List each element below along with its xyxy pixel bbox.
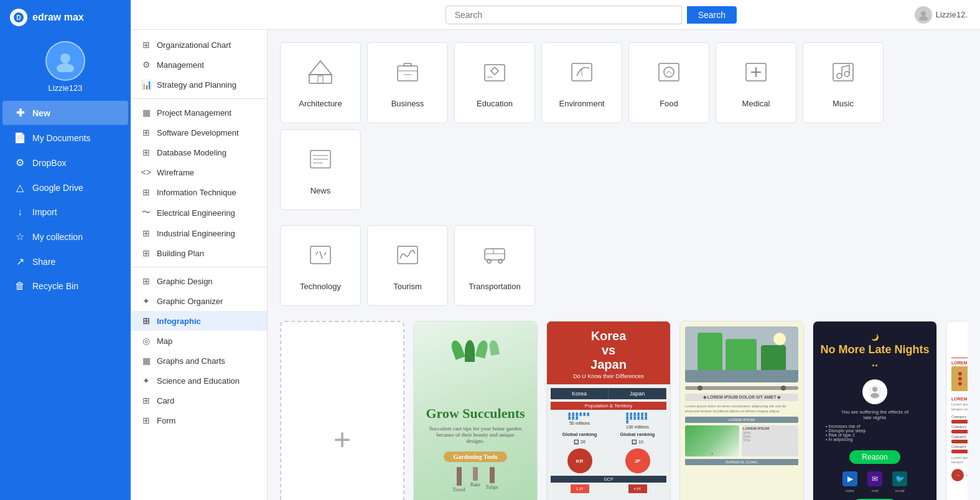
info-tech-icon: ⊞	[141, 187, 152, 197]
strategy-icon: 📊	[141, 80, 152, 90]
mid-item-strategy[interactable]: 📊 Strategy and Planning	[131, 75, 267, 95]
category-transportation[interactable]: Transportation	[454, 225, 535, 306]
mid-item-software-dev[interactable]: ⊞ Software Development	[131, 123, 267, 142]
sidebar-item-my-documents[interactable]: 📄 My Documents	[2, 126, 128, 150]
svg-rect-10	[404, 63, 411, 66]
dropbox-icon: ⚙	[14, 157, 26, 169]
mid-item-graphic-org[interactable]: ✦ Graphic Organizer	[131, 291, 267, 311]
mid-item-card[interactable]: ⊞ Card	[131, 391, 267, 410]
svg-rect-31	[398, 246, 418, 264]
svg-point-24	[837, 73, 842, 78]
sidebar-item-google-drive-label: Google Drive	[32, 183, 83, 193]
industrial-icon: ⊞	[141, 228, 152, 238]
business-label: Business	[391, 99, 424, 108]
mid-item-form[interactable]: ⊞ Form	[131, 410, 267, 430]
mid-item-infographic[interactable]: ⊞ Infographic	[131, 311, 267, 331]
mid-item-electrical[interactable]: 〜 Electrical Engineering	[131, 202, 267, 223]
category-grid-2: Technology Tourism	[280, 225, 968, 306]
my-documents-icon: 📄	[14, 132, 26, 144]
category-education[interactable]: Education	[454, 42, 535, 123]
architecture-label: Architecture	[299, 99, 342, 108]
software-icon: ⊞	[141, 127, 152, 137]
mid-item-info-tech[interactable]: ⊞ Information Technique	[131, 182, 267, 202]
svg-rect-8	[318, 76, 323, 83]
template-lorem[interactable]: INFOGRAPHICSLOREM IPSUM LOREM IPSUM DOLO…	[946, 321, 968, 500]
korea-sub: Do U Know their Differences	[553, 373, 664, 379]
username-label: Lizzie123	[49, 83, 83, 93]
sidebar-item-dropbox-label: DropBox	[32, 158, 66, 168]
category-architecture[interactable]: Architecture	[280, 42, 361, 123]
korea-title: KoreavsJapan	[553, 329, 664, 372]
mid-item-graphs[interactable]: ▦ Graphs and Charts	[131, 351, 267, 371]
left-sidebar: D edraw max Lizzie123 ✚ New 📄 My Documen…	[0, 0, 131, 500]
app-name: edraw max	[32, 12, 84, 23]
category-tourism[interactable]: Tourism	[367, 225, 448, 306]
korea-body: Korea Japan Population & Territory 👤👤👤👤👤…	[547, 384, 670, 500]
sidebar-item-dropbox[interactable]: ⚙ DropBox	[2, 150, 128, 175]
sidebar-item-share[interactable]: ↗ Share	[2, 249, 128, 274]
sidebar-item-google-drive[interactable]: △ Google Drive	[2, 175, 128, 200]
architecture-icon	[306, 57, 335, 93]
sidebar-item-my-collection-label: My collection	[32, 232, 83, 242]
svg-point-25	[844, 72, 849, 76]
category-environment[interactable]: Environment	[541, 42, 622, 123]
education-label: Education	[477, 99, 513, 108]
category-news[interactable]: News	[280, 129, 361, 210]
category-business[interactable]: Business	[367, 42, 448, 123]
mid-item-database[interactable]: ⊞ Database Modeling	[131, 142, 267, 162]
news-label: News	[310, 186, 331, 195]
technology-label: Technology	[300, 282, 341, 291]
template-korea-japan[interactable]: KoreavsJapan Do U Know their Differences…	[546, 321, 671, 500]
category-technology[interactable]: Technology	[280, 225, 361, 306]
science-edu-icon: ✦	[141, 376, 152, 386]
category-music[interactable]: Music	[803, 42, 884, 123]
mid-item-industrial[interactable]: ⊞ Industrial Engineering	[131, 223, 267, 243]
japan-col: Japan	[609, 388, 666, 399]
sidebar-item-my-documents-label: My Documents	[32, 133, 90, 143]
korea-col: Korea	[551, 388, 609, 399]
category-grid: Architecture Business	[280, 42, 968, 210]
svg-marker-14	[491, 67, 498, 75]
sidebar-item-new[interactable]: ✚ New	[2, 101, 128, 125]
sidebar-item-my-collection[interactable]: ☆ My collection	[2, 225, 128, 249]
technology-icon	[306, 240, 335, 275]
mid-item-org-chart[interactable]: ⊞ Organizational Chart	[131, 35, 267, 55]
wireframe-icon: <>	[141, 167, 152, 177]
building-icon: ⊞	[141, 248, 152, 258]
electrical-icon: 〜	[141, 207, 152, 218]
database-icon: ⊞	[141, 147, 152, 157]
korea-header: KoreavsJapan Do U Know their Differences	[547, 322, 670, 384]
sidebar-item-recycle-bin[interactable]: 🗑 Recycle Bin	[2, 274, 128, 298]
template-nights[interactable]: 🌙 No More Late Nights .. You are sufferi…	[813, 321, 937, 500]
svg-rect-32	[485, 249, 505, 260]
mid-item-graphic-design[interactable]: ⊞ Graphic Design	[131, 271, 267, 291]
mid-item-management[interactable]: ⚙ Management	[131, 55, 267, 75]
business-icon	[393, 57, 422, 93]
mid-item-building[interactable]: ⊞ Building Plan	[131, 243, 267, 263]
graphic-design-icon: ⊞	[141, 276, 152, 286]
sidebar-item-new-label: New	[32, 108, 50, 118]
category-medical[interactable]: Medical	[716, 42, 796, 123]
template-succulents[interactable]: Grow Succulents Succulent care tips for …	[413, 321, 538, 500]
search-button[interactable]: Search	[687, 6, 737, 24]
svg-point-4	[921, 11, 926, 16]
sidebar-item-recycle-label: Recycle Bin	[32, 281, 78, 291]
template-urban[interactable]: ◈ LOREM IPSUM DOLOR SIT AMET ◈ Lorem ips…	[679, 321, 804, 500]
recycle-bin-icon: 🗑	[14, 280, 26, 292]
new-template-card[interactable]: +	[280, 321, 404, 500]
sidebar-item-import[interactable]: ↓ Import	[2, 200, 128, 224]
mid-item-project-mgmt[interactable]: ▦ Project Management	[131, 103, 267, 123]
nights-title: No More Late Nights ..	[819, 343, 930, 369]
left-nav: ✚ New 📄 My Documents ⚙ DropBox △ Google …	[0, 100, 131, 299]
category-food[interactable]: Food	[628, 42, 709, 123]
mid-item-science-edu[interactable]: ✦ Science and Education	[131, 371, 267, 391]
search-input[interactable]	[446, 6, 682, 24]
mid-item-wireframe[interactable]: <> Wireframe	[131, 162, 267, 182]
divider-1	[131, 98, 267, 99]
mid-item-map[interactable]: ◎ Map	[131, 331, 267, 351]
search-area: Search	[268, 6, 915, 24]
transportation-label: Transportation	[469, 282, 520, 291]
import-icon: ↓	[14, 206, 26, 218]
food-label: Food	[660, 99, 678, 108]
management-icon: ⚙	[141, 60, 152, 70]
